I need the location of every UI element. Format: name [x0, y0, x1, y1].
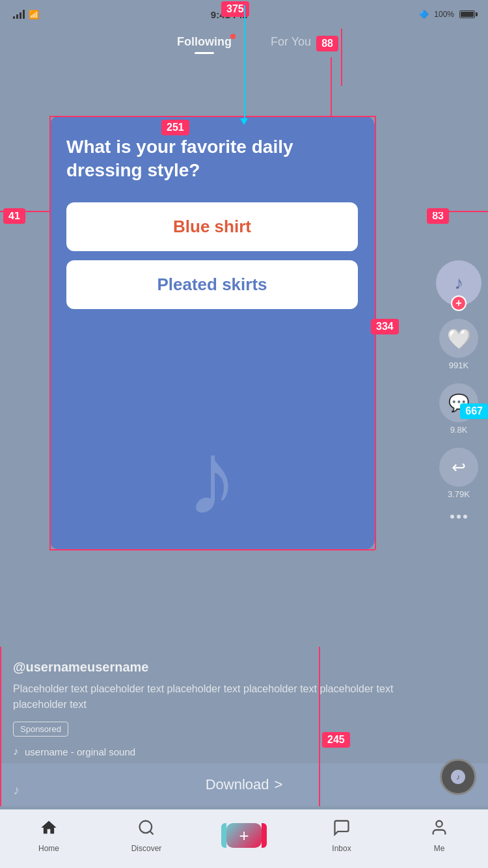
profile-avatar[interactable]: ♪ + — [436, 260, 481, 306]
music-disc-inner: ♪ — [451, 770, 465, 784]
annotation-88: 88 — [316, 36, 338, 51]
sponsored-badge: Sponsored — [13, 722, 68, 737]
bluetooth-icon: 🔷 — [419, 10, 429, 19]
home-icon — [40, 819, 58, 841]
sound-name: username - orginal sound — [25, 746, 135, 757]
signal-icon — [13, 10, 25, 19]
share-button[interactable]: ↪ 3.79K — [439, 448, 478, 499]
nav-item-discover[interactable]: Discover — [98, 819, 195, 853]
comment-count: 9.8K — [450, 425, 468, 435]
tiktok-watermark: ♪ — [186, 426, 238, 530]
music-disc[interactable]: ♪ — [440, 759, 476, 795]
sound-row[interactable]: ♪ username - orginal sound — [13, 746, 423, 757]
svg-point-2 — [436, 821, 442, 826]
nav-item-home[interactable]: Home — [0, 819, 98, 853]
more-options[interactable] — [450, 515, 467, 519]
nav-label-me: Me — [434, 844, 445, 853]
poll-option-2[interactable]: Pleated skirts — [66, 260, 358, 309]
annotation-251: 251 — [161, 120, 189, 135]
arrow-top — [240, 118, 248, 125]
like-button[interactable]: 🤍 991K — [439, 319, 478, 370]
nav-label-home: Home — [38, 844, 59, 853]
nav-item-create[interactable]: + — [195, 823, 293, 848]
svg-line-1 — [150, 831, 153, 834]
discover-icon — [137, 819, 156, 841]
music-note-icon: ♪ — [13, 746, 18, 757]
nav-item-inbox[interactable]: Inbox — [293, 819, 390, 853]
download-arrow-icon: > — [274, 776, 282, 793]
inbox-icon — [332, 819, 351, 841]
video-username[interactable]: @usernameusername — [13, 660, 423, 675]
bottom-info: @usernameusername Placeholder text place… — [13, 660, 423, 757]
bottom-music-icon: ♪ — [13, 783, 20, 798]
status-right: 🔷 100% — [419, 10, 475, 19]
video-description: Placeholder text placeholder text placeh… — [13, 681, 423, 712]
like-count: 991K — [449, 360, 468, 370]
nav-label-inbox: Inbox — [332, 844, 351, 853]
poll-question: What is your favorite daily dressing sty… — [66, 135, 358, 183]
follow-plus-button[interactable]: + — [451, 295, 467, 311]
annotation-667: 667 — [460, 403, 488, 419]
right-sidebar: ♪ + 🤍 991K 💬 9.8K ↪ 3.79K — [436, 260, 481, 519]
bottom-nav: Home Discover + Inbox Me — [0, 809, 488, 868]
battery-level: 100% — [434, 10, 454, 19]
download-bar[interactable]: Download > — [0, 763, 488, 806]
share-count: 3.79K — [448, 489, 470, 499]
annotation-245: 245 — [322, 732, 350, 748]
nav-label-discover: Discover — [131, 844, 162, 853]
annotation-334: 334 — [371, 319, 399, 334]
create-plus-button[interactable]: + — [226, 823, 262, 848]
poll-card: What is your favorite daily dressing sty… — [49, 116, 375, 550]
poll-option-1[interactable]: Blue shirt — [66, 202, 358, 251]
tab-following[interactable]: Following — [157, 35, 251, 49]
wifi-icon: 📶 — [29, 10, 39, 20]
battery-icon — [459, 10, 475, 18]
svg-point-0 — [140, 821, 152, 833]
download-label: Download — [206, 776, 269, 793]
profile-icon — [430, 819, 448, 841]
nav-item-me[interactable]: Me — [390, 819, 488, 853]
annotation-line-top — [244, 5, 245, 122]
status-left: 📶 — [13, 10, 39, 20]
